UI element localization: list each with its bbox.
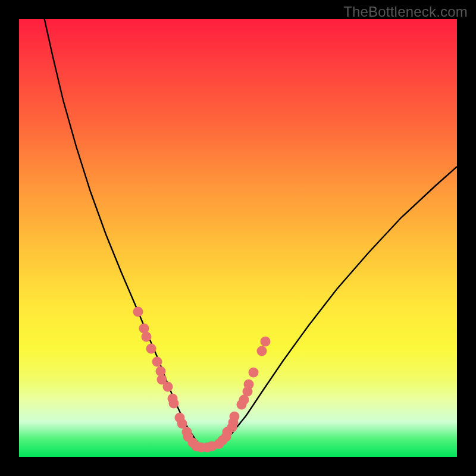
data-dot [163,382,173,392]
data-dot [261,337,271,347]
data-dots [133,307,271,453]
watermark-label: TheBottleneck.com [343,4,468,20]
curve-layer [19,19,457,457]
data-dot [146,344,156,354]
plot-area [19,19,457,457]
data-dot [133,307,143,317]
data-dot [142,332,152,342]
data-dot [257,346,267,356]
chart-frame: TheBottleneck.com [0,0,476,476]
data-dot [169,399,179,409]
data-dot [249,368,259,378]
data-dot [152,357,162,367]
data-dot [230,412,240,422]
data-dot [244,380,254,390]
